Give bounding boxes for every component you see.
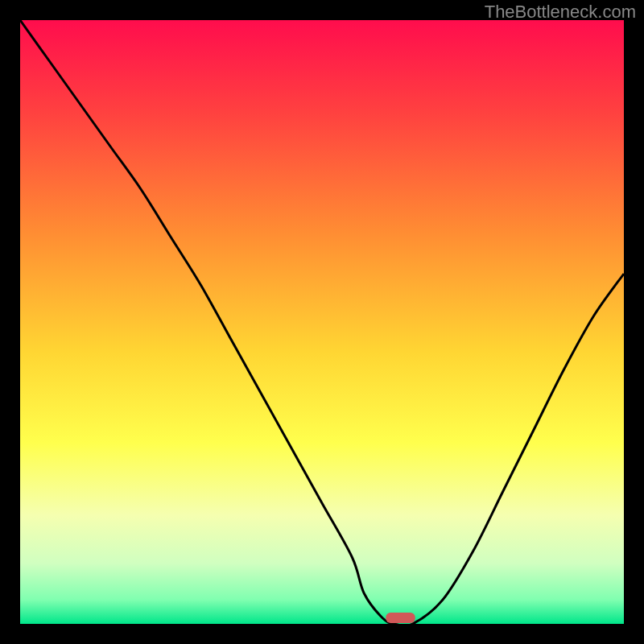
optimal-marker: [386, 613, 415, 623]
plot-area: [20, 20, 624, 624]
chart-background: [20, 20, 624, 624]
watermark-text: TheBottleneck.com: [485, 2, 636, 23]
chart-svg: [20, 20, 624, 624]
chart-container: TheBottleneck.com: [0, 0, 644, 644]
